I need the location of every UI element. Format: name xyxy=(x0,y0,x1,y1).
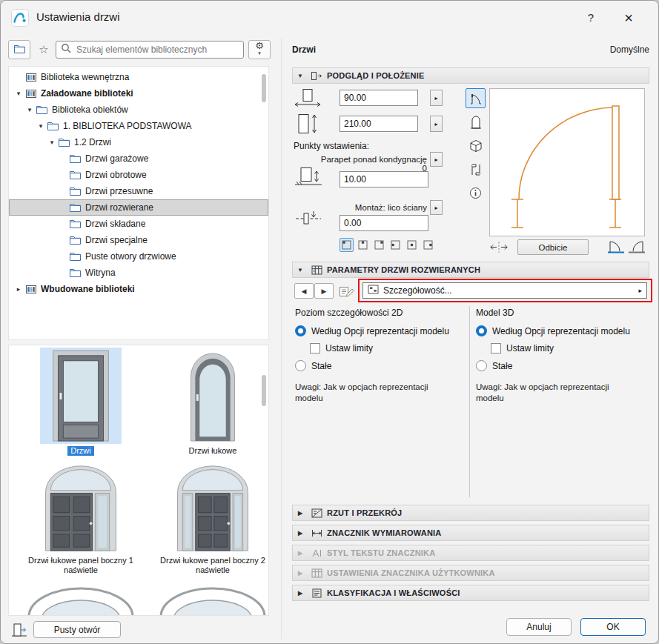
mounting-field[interactable] xyxy=(340,215,428,231)
expand-arrow-icon: ▶ xyxy=(293,590,308,597)
default-state-label: Domyślne xyxy=(292,44,649,55)
section-header-parameters[interactable]: ▼ PARAMETRY DRZWI ROZWIERANYCH xyxy=(292,262,649,278)
tree-item[interactable]: Drzwi przesuwne xyxy=(9,183,268,199)
mirror-button[interactable]: Odbicie xyxy=(517,239,589,255)
tree-item[interactable]: ▾1. BIBLIOTEKA PODSTAWOWA xyxy=(9,118,268,134)
sill-field[interactable] xyxy=(340,171,428,187)
ok-button[interactable]: OK xyxy=(580,618,646,636)
search-input[interactable] xyxy=(75,44,239,56)
folder-icon xyxy=(14,43,25,56)
anchor-option-icon[interactable] xyxy=(421,238,435,252)
insertion-points-label: Punkty wstawienia: xyxy=(294,141,369,151)
anchor-option-icon[interactable] xyxy=(340,238,354,252)
prev-page-button[interactable]: ◀ xyxy=(294,283,314,299)
view-section-icon[interactable] xyxy=(466,159,486,179)
collapsed-sections: ▶RZUT I PRZEKRÓJ▶ZNACZNIK WYMIAROWANIA▶S… xyxy=(292,505,649,601)
section-header-collapsed[interactable]: ▶ZNACZNIK WYMIAROWANIA xyxy=(292,525,649,541)
thumbnail-scrollbar[interactable] xyxy=(262,375,266,406)
thumbnail-item[interactable]: Drzwi łukowe panel boczny 1 naświetle xyxy=(15,460,147,575)
tree-item[interactable]: Drzwi obrotowe xyxy=(9,167,268,183)
detail-level-dropdown[interactable]: Szczegółowość... ▸ xyxy=(362,282,647,299)
thumbnail-image xyxy=(32,460,130,554)
place-door-icon[interactable] xyxy=(8,620,30,640)
thumbnail-item[interactable] xyxy=(147,580,269,616)
help-button[interactable]: ? xyxy=(580,8,602,27)
tree-item[interactable]: Drzwi składane xyxy=(9,216,268,232)
preview-position-icon xyxy=(308,71,325,81)
flyout-arrow-icon: ▸ xyxy=(638,287,642,294)
swing-left-toggle[interactable] xyxy=(606,239,626,255)
anchor-option-icon[interactable] xyxy=(405,238,419,252)
sill-flyout-button[interactable]: ▸ xyxy=(430,152,443,167)
width-flyout-button[interactable]: ▸ xyxy=(430,90,443,106)
tree-item[interactable]: Drzwi specjalne xyxy=(9,232,268,248)
tree-item-label: Puste otwory drzwiowe xyxy=(82,251,176,262)
limits-checkbox[interactable] xyxy=(491,343,501,353)
section-header-collapsed[interactable]: ▶USTAWIENIA ZNACZNIKA UŻYTKOWNIKA xyxy=(292,565,649,581)
height-flyout-button[interactable]: ▸ xyxy=(430,116,443,132)
expand-arrow-icon: ▶ xyxy=(293,510,308,517)
height-field[interactable] xyxy=(340,116,418,132)
thumbnail-item[interactable]: Drzwi łukowe panel boczny 2 naświetle xyxy=(147,460,269,575)
tree-expander-icon[interactable]: ▾ xyxy=(36,122,46,130)
tree-item[interactable]: Puste otwory drzwiowe xyxy=(9,248,268,265)
tree-item[interactable]: Drzwi garażowe xyxy=(9,150,268,167)
settings-gear-button[interactable]: ⚙ ▾ xyxy=(248,40,271,59)
tree-expander-icon[interactable]: ▾ xyxy=(47,139,57,146)
door-plan-preview[interactable] xyxy=(489,88,645,236)
limits-checkbox[interactable] xyxy=(310,343,320,353)
library-search[interactable] xyxy=(56,41,244,59)
width-field[interactable] xyxy=(340,90,418,106)
cancel-button[interactable]: Anuluj xyxy=(506,618,572,636)
anchor-option-icon[interactable] xyxy=(372,238,386,252)
section-header-collapsed[interactable]: ▶RZUT I PRZEKRÓJ xyxy=(292,505,649,521)
radio-fixed[interactable] xyxy=(476,360,487,371)
tree-scrollbar[interactable] xyxy=(262,74,266,102)
radio-fixed[interactable] xyxy=(295,360,306,371)
tree-item-label: Biblioteka obiektów xyxy=(49,104,128,115)
tree-expander-icon[interactable]: ▸ xyxy=(13,285,24,293)
section-header-collapsed[interactable]: ▶KLASYFIKACJA I WŁAŚCIWOŚCI xyxy=(292,585,649,601)
anchor-option-icon[interactable] xyxy=(356,238,370,252)
thumbnail-item[interactable] xyxy=(15,580,147,616)
panel-divider xyxy=(281,38,282,640)
close-button[interactable]: × xyxy=(615,7,642,29)
thumbnail-item[interactable]: Drzwi xyxy=(15,348,147,456)
anchor-option-icon[interactable] xyxy=(388,238,403,252)
titlebar: Ustawienia drzwi ? × xyxy=(1,1,658,35)
section-title: PODGLĄD I POŁOŻENIE xyxy=(325,71,425,80)
tree-item[interactable]: Biblioteka wewnętrzna xyxy=(9,69,268,85)
tree-item[interactable]: ▾Biblioteka obiektów xyxy=(9,102,268,118)
tree-item[interactable]: ▾1.2 Drzwi xyxy=(9,134,268,150)
section-header-collapsed[interactable]: ▶STYL TEKSTU ZNACZNIKA xyxy=(292,545,649,561)
info-icon[interactable] xyxy=(466,183,486,203)
transfer-settings-icon[interactable] xyxy=(337,284,357,299)
tree-expander-icon[interactable]: ▾ xyxy=(24,106,35,113)
next-page-button[interactable]: ▶ xyxy=(314,283,334,299)
radio-model-options[interactable] xyxy=(295,325,306,336)
sill-icon xyxy=(294,167,323,187)
tree-item-label: Witryna xyxy=(82,268,116,278)
swing-right-toggle[interactable] xyxy=(627,239,646,255)
view-3d-icon[interactable] xyxy=(466,136,486,156)
mounting-flyout-button[interactable]: ▸ xyxy=(430,200,443,215)
column-2d: Poziom szczegółowości 2D Według Opcji re… xyxy=(295,305,466,404)
view-plan-icon[interactable] xyxy=(466,88,486,108)
folder-view-button[interactable] xyxy=(8,40,30,59)
tree-item[interactable]: Witryna xyxy=(9,265,268,281)
favorites-button[interactable]: ☆ xyxy=(35,42,53,58)
section-title: KLASYFIKACJA I WŁAŚCIWOŚCI xyxy=(325,588,460,597)
thumbnail-image xyxy=(178,348,248,444)
radio-model-options[interactable] xyxy=(476,325,487,336)
tree-item-label: Drzwi obrotowe xyxy=(82,170,147,180)
thumbnail-item[interactable]: Drzwi łukowe xyxy=(147,348,269,456)
section-header-preview[interactable]: ▼ PODGLĄD I POŁOŻENIE xyxy=(292,67,649,84)
expand-arrow-icon: ▶ xyxy=(293,530,308,537)
checkbox-label: Ustaw limity xyxy=(325,343,373,353)
empty-opening-button[interactable]: Pusty otwór xyxy=(33,621,121,638)
view-elevation-icon[interactable] xyxy=(466,112,486,132)
tree-expander-icon[interactable]: ▾ xyxy=(13,90,24,97)
tree-item[interactable]: ▸Wbudowane biblioteki xyxy=(9,281,268,297)
tree-item[interactable]: ▾Załadowane biblioteki xyxy=(9,85,268,102)
tree-item[interactable]: Drzwi rozwierane xyxy=(9,199,268,216)
